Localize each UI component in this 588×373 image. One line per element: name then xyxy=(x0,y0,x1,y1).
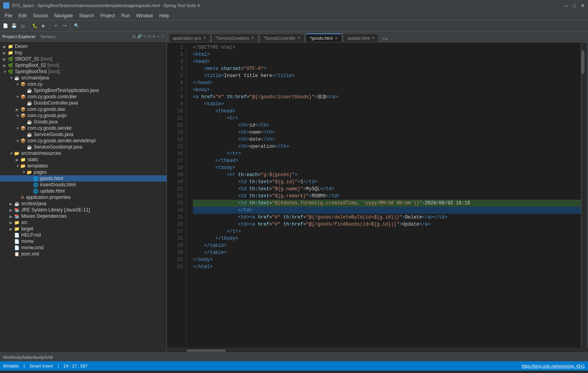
maximize-button[interactable]: □ xyxy=(573,3,576,9)
collapse-all-btn[interactable]: ⊟ xyxy=(132,34,136,39)
new-button[interactable]: 📄 xyxy=(2,22,9,30)
tree-item-goods-html[interactable]: 🌐 goods.html xyxy=(0,175,167,182)
tree-item-maven-deps[interactable]: ▶ 📚 Maven Dependencies xyxy=(0,213,167,219)
tree-item-src-main-java[interactable]: ▼ ☕ src/main/java xyxy=(0,75,167,81)
status-link[interactable]: https://blog.csdn.net/weiyixing_4541 xyxy=(522,364,585,368)
tab-update-html[interactable]: update.html ✕ xyxy=(343,33,379,42)
tree-item-mvnw[interactable]: 📄 mvnw xyxy=(0,238,167,244)
tree-item-jre-system[interactable]: ▶ 📚 JRE System Library [JavaSE-11] xyxy=(0,207,167,213)
ln-21: 21 xyxy=(172,186,183,193)
tree-item-com-cy-goods-dao[interactable]: ▶ 📦 com.cy.goods.dao xyxy=(0,106,167,112)
redo-button[interactable]: ↪ xyxy=(60,22,68,30)
tree-item-com-cy-goods-controller[interactable]: ▼ 📦 com.cy.goods.controller xyxy=(0,94,167,100)
tree-item-target[interactable]: ▶ 📁 target xyxy=(0,226,167,232)
tree-item-src-test-java[interactable]: ▶ ☕ src/test/java xyxy=(0,200,167,207)
tree-item-help-md[interactable]: 📄 HELP.md xyxy=(0,232,167,238)
horizontal-scrollbar[interactable] xyxy=(167,348,588,353)
code-area[interactable]: <!DOCTYPE html> <html> <head> <meta char… xyxy=(187,42,581,348)
menu-edit[interactable]: Edit xyxy=(15,12,30,19)
tree-item-app-properties[interactable]: ⚙ application.properties xyxy=(0,194,167,200)
tab-goods-html[interactable]: *goods.html ✕ xyxy=(306,33,342,42)
tree-item-src[interactable]: ▶ 📁 src xyxy=(0,219,167,226)
hsy-icon: 📁 xyxy=(8,50,13,55)
tree-item-static[interactable]: ▶ 📁 static xyxy=(0,156,167,163)
menu-help[interactable]: Help xyxy=(156,12,172,19)
tree-item-servicegoodsimpl[interactable]: ☕ ServiceGoodsImpl.java xyxy=(0,144,167,150)
tab-goods-controller[interactable]: *GoodsControlle ✕ xyxy=(259,33,305,42)
undo-button[interactable]: ↩ xyxy=(52,22,60,30)
tab-update-html-close[interactable]: ✕ xyxy=(372,36,375,40)
close-button[interactable]: ✕ xyxy=(581,3,585,9)
minimize-button[interactable]: ─ xyxy=(564,3,568,9)
window-controls[interactable]: ─ □ ✕ xyxy=(564,3,585,9)
tree-item-goodscontroller[interactable]: ☕ GoodsController.java xyxy=(0,100,167,106)
scrollbar-thumb[interactable] xyxy=(581,50,584,74)
tree-item-mvnw-cmd[interactable]: 📄 mvnw.cmd xyxy=(0,244,167,251)
menu-window[interactable]: Window xyxy=(133,12,156,19)
tree-item-springbootapp[interactable]: ☕ SpringBootTestApplication.java xyxy=(0,87,167,94)
debug-button[interactable]: 🐛 xyxy=(31,22,39,30)
tab-application-pro[interactable]: application.pro ✕ xyxy=(169,33,211,42)
sync-btn[interactable]: ⟳ xyxy=(148,34,151,39)
link-editor-btn[interactable]: 🔗 xyxy=(137,34,142,39)
servers-tab[interactable]: Servers xyxy=(40,34,55,39)
tree-item-templates[interactable]: ▼ 📂 templates xyxy=(0,163,167,169)
save-button[interactable]: 💾 xyxy=(10,22,18,30)
menu-project[interactable]: Project xyxy=(97,12,118,19)
menu-navigate[interactable]: Navigate xyxy=(51,12,76,19)
tab-overflow[interactable]: »₁₁ xyxy=(380,35,390,42)
code-line-31: </body> xyxy=(193,256,581,263)
tree-item-com-cy-goods-servlet-impl[interactable]: ▼ 📦 com.cy.goods.servlet.servletImpl xyxy=(0,138,167,144)
tab-goods-html-close[interactable]: ✕ xyxy=(335,36,338,40)
menu-source[interactable]: Source xyxy=(30,12,51,19)
tree-item-springboot02[interactable]: ▶ 🌿 SpringBoot_02 [boot] xyxy=(0,62,167,68)
filter-btn[interactable]: ▽ xyxy=(143,34,147,39)
minimize-panel-btn[interactable]: — xyxy=(156,34,160,39)
tree-item-src-main-resources[interactable]: ▼ 📂 src/main/resources xyxy=(0,150,167,156)
tree-item-com-cy[interactable]: ▼ 📦 com.cy xyxy=(0,81,167,87)
tree-item-update-html[interactable]: 🌐 update.html xyxy=(0,188,167,194)
tab-application-pro-label: application.pro xyxy=(173,36,201,40)
vertical-scrollbar[interactable] xyxy=(581,42,587,348)
tree-item-insertgoods-html[interactable]: 🌐 insertGoods.html xyxy=(0,182,167,188)
title-bar: STS_Spact - SpringBootTest/src/main/reso… xyxy=(0,0,588,11)
menu-run[interactable]: Run xyxy=(118,12,133,19)
ln-18: 18 xyxy=(172,164,183,171)
tree-item-pages[interactable]: ▼ 📂 pages xyxy=(0,169,167,175)
springboottest-icon: 🌿 xyxy=(8,69,13,74)
tree-item-springboottest[interactable]: ▼ 🌿 SpringBootTest [boot] xyxy=(0,68,167,75)
code-line-11: <tr> xyxy=(193,115,581,122)
tab-application-pro-close[interactable]: ✕ xyxy=(203,36,206,40)
tab-goods-controller-label: *GoodsControlle xyxy=(264,36,295,40)
tree-item-com-cy-goods-pojo[interactable]: ▼ 📦 com.cy.goods.pojo xyxy=(0,112,167,119)
tree-item-pom-xml[interactable]: 📋 pom.xml xyxy=(0,251,167,257)
app-properties-icon: ⚙ xyxy=(20,195,24,200)
save-all-button[interactable]: 🗂 xyxy=(19,22,27,30)
right-scrollbar-panel xyxy=(581,42,588,348)
tree-item-com-cy-goods-servlet[interactable]: ▼ 📦 com.cy.goods.servlet xyxy=(0,125,167,131)
tree-item-hsy[interactable]: ▶ 📁 hsy xyxy=(0,50,167,56)
maven-deps-icon: 📚 xyxy=(14,214,20,219)
menu-btn[interactable]: ▾ xyxy=(153,34,155,39)
run-button[interactable]: ▶ xyxy=(40,22,48,30)
com-cy-goods-pojo-arrow: ▼ xyxy=(16,114,20,118)
tree-item-servicegoods[interactable]: ☕ ServiceGoods.java xyxy=(0,131,167,138)
h-scrollbar-thumb[interactable] xyxy=(187,349,226,352)
tab-service-goods-im-close[interactable]: ✕ xyxy=(251,36,254,40)
com-cy-goods-controller-icon: 📦 xyxy=(20,94,26,99)
tab-service-goods-im[interactable]: *ServiceGoodsIm ✕ xyxy=(211,33,259,42)
code-line-1: <!DOCTYPE html> xyxy=(193,44,581,51)
tree-item-sboot01[interactable]: ▶ 🌿 SBOOT_01 [boot] xyxy=(0,56,167,62)
servicegoods-label: ServiceGoods.java xyxy=(34,132,73,137)
tree-item-deom[interactable]: ▶ 📁 Deom xyxy=(0,43,167,50)
ln-25: 25 xyxy=(172,214,183,221)
menu-search[interactable]: Search xyxy=(76,12,97,19)
tab-goods-controller-close[interactable]: ✕ xyxy=(297,36,300,40)
search-button[interactable]: 🔍 xyxy=(73,22,81,30)
sboot01-label: SBOOT_01 [boot] xyxy=(15,56,52,62)
menu-file[interactable]: File xyxy=(2,12,15,19)
tree-item-goods-java[interactable]: ☕ Goods.java xyxy=(0,119,167,125)
src-main-java-icon: ☕ xyxy=(14,75,20,81)
ln-17: 17 xyxy=(172,157,183,164)
maximize-panel-btn[interactable]: □ xyxy=(162,34,164,39)
